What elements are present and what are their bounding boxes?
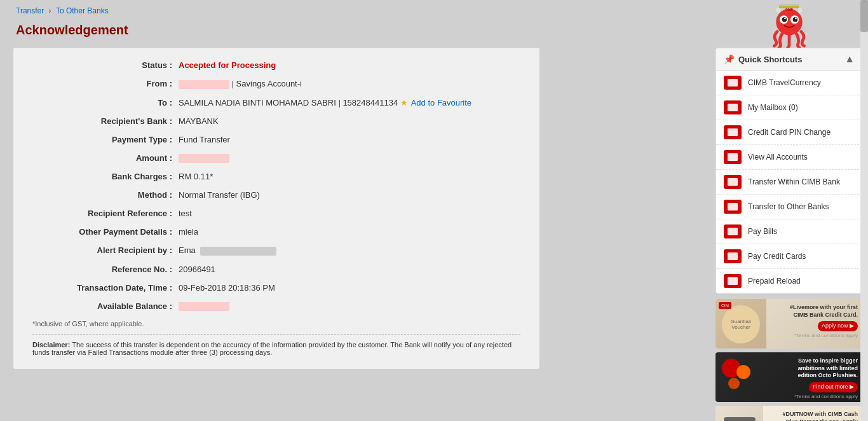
quick-shortcuts-item-1[interactable]: My Mailbox (0) bbox=[716, 95, 862, 120]
qs-icon-0 bbox=[724, 76, 742, 90]
status-label: Status : bbox=[32, 60, 179, 70]
reference-no-value: 20966491 bbox=[179, 265, 520, 274]
qs-icon-5 bbox=[724, 200, 742, 214]
status-value: Accepted for Processing bbox=[179, 60, 520, 70]
mascot-octopus: CIMB bbox=[761, 0, 818, 48]
quick-shortcuts-item-5[interactable]: Transfer to Other Banks bbox=[716, 195, 862, 219]
alert-recipient-text: Ema bbox=[179, 245, 196, 255]
from-label: From : bbox=[32, 79, 179, 88]
qs-icon-1 bbox=[724, 100, 742, 114]
reference-no-label: Reference No. : bbox=[32, 265, 179, 274]
status-accepted: Accepted for Processing bbox=[179, 60, 276, 70]
available-balance-label: Available Balance : bbox=[32, 301, 179, 311]
qs-label-8: Prepaid Reload bbox=[748, 277, 801, 286]
recipient-reference-label: Recipient Reference : bbox=[32, 209, 179, 218]
sidebar: CIMB 📌 Quick Shortcuts ▲ CIMB TravelCurr… bbox=[715, 0, 868, 421]
qs-label-7: Pay Credit Cards bbox=[748, 252, 806, 261]
breadcrumb: Transfer › To Other Banks bbox=[16, 6, 703, 15]
alert-recipient-value: Ema bbox=[179, 245, 520, 256]
pin-icon: 📌 bbox=[724, 54, 735, 64]
quick-shortcuts-item-0[interactable]: CIMB TravelCurrency bbox=[716, 71, 862, 95]
promo-1-apply-btn[interactable]: Apply now ▶ bbox=[818, 321, 858, 331]
alert-recipient-label: Alert Recipient by : bbox=[32, 245, 179, 255]
promo-2-btn[interactable]: Find out more ▶ bbox=[809, 382, 858, 392]
payment-type-row: Payment Type : Fund Transfer bbox=[32, 135, 520, 144]
quick-shortcuts-item-2[interactable]: Credit Card PIN Change bbox=[716, 120, 862, 145]
quick-shortcuts-item-4[interactable]: Transfer Within CIMB Bank bbox=[716, 170, 862, 195]
other-payment-details-row: Other Payment Details : miela bbox=[32, 227, 520, 237]
qs-icon-8 bbox=[724, 274, 742, 288]
quick-shortcuts-item-6[interactable]: Pay Bills bbox=[716, 219, 862, 244]
method-value: Normal Transfer (IBG) bbox=[179, 190, 520, 200]
amount-row: Amount : bbox=[32, 153, 520, 163]
amount-value bbox=[179, 153, 520, 163]
quick-shortcuts-panel: 📌 Quick Shortcuts ▲ CIMB TravelCurrency … bbox=[715, 48, 863, 294]
quick-shortcuts-item-3[interactable]: View All Accounts bbox=[716, 145, 862, 170]
method-label: Method : bbox=[32, 190, 179, 200]
amount-label: Amount : bbox=[32, 153, 179, 163]
qs-label-3: View All Accounts bbox=[748, 153, 808, 162]
recipients-bank-value: MAYBANK bbox=[179, 116, 520, 126]
collapse-button[interactable]: ▲ bbox=[844, 53, 855, 65]
to-label: To : bbox=[32, 98, 179, 107]
qs-label-6: Pay Bills bbox=[748, 227, 777, 236]
alert-recipient-field bbox=[200, 247, 276, 256]
promo-3-text: #DUITNOW with CIMB Cash Plus Personal Lo… bbox=[782, 411, 858, 421]
alert-recipient-row: Alert Recipient by : Ema bbox=[32, 245, 520, 256]
transaction-date-label: Transaction Date, Time : bbox=[32, 283, 179, 293]
quick-shortcuts-header: 📌 Quick Shortcuts ▲ bbox=[716, 48, 862, 71]
svg-text:CIMB: CIMB bbox=[785, 8, 794, 11]
recipients-bank-row: Recipient's Bank : MAYBANK bbox=[32, 116, 520, 126]
recipient-reference-row: Recipient Reference : test bbox=[32, 209, 520, 218]
available-balance-value bbox=[179, 301, 520, 312]
quick-shortcuts-item-8[interactable]: Prepaid Reload bbox=[716, 269, 862, 293]
from-account-suffix: | Savings Account-i bbox=[232, 79, 302, 88]
bank-charges-value: RM 0.11* bbox=[179, 172, 520, 181]
svg-point-9 bbox=[795, 17, 797, 19]
promo-banner-3[interactable]: #DUITNOW with CIMB Cash Plus Personal Lo… bbox=[715, 406, 863, 421]
promo-banner-1[interactable]: ON GuardianVoucher #Livemore with your f… bbox=[715, 299, 863, 349]
promo-1-text: #Livemore with your first CIMB Bank Cred… bbox=[782, 304, 858, 339]
other-payment-details-label: Other Payment Details : bbox=[32, 227, 179, 237]
qs-label-5: Transfer to Other Banks bbox=[748, 202, 829, 211]
payment-type-value: Fund Transfer bbox=[179, 135, 520, 144]
scrollbar-thumb[interactable] bbox=[860, 0, 868, 32]
bank-charges-label: Bank Charges : bbox=[32, 172, 179, 181]
transaction-date-value: 09-Feb-2018 20:18:36 PM bbox=[179, 283, 520, 293]
promo-banner-2[interactable]: Save to inspire bigger ambitions with li… bbox=[715, 352, 863, 402]
breadcrumb-transfer[interactable]: Transfer bbox=[16, 6, 44, 15]
disclaimer-text: Disclaimer: The success of this transfer… bbox=[32, 341, 520, 356]
to-name: SALMILA NADIA BINTI MOHAMAD SABRI | 1582… bbox=[179, 98, 398, 107]
breadcrumb-arrow: › bbox=[49, 6, 53, 15]
disclaimer-bold: Disclaimer: bbox=[32, 341, 70, 349]
other-payment-details-value: miela bbox=[179, 227, 520, 237]
quick-shortcuts-item-7[interactable]: Pay Credit Cards bbox=[716, 244, 862, 269]
svg-point-3 bbox=[776, 9, 802, 35]
add-favourite-link[interactable]: Add to Favourite bbox=[411, 98, 471, 107]
disclaimer-body: The success of this transfer is dependen… bbox=[32, 341, 512, 356]
qs-icon-3 bbox=[724, 150, 742, 164]
to-value: SALMILA NADIA BINTI MOHAMAD SABRI | 1582… bbox=[179, 98, 520, 107]
disclaimer-section: Disclaimer: The success of this transfer… bbox=[32, 334, 520, 356]
from-account-blurred bbox=[179, 80, 229, 89]
status-row: Status : Accepted for Processing bbox=[32, 60, 520, 70]
from-value: | Savings Account-i bbox=[179, 79, 520, 89]
bank-charges-row: Bank Charges : RM 0.11* bbox=[32, 172, 520, 181]
quick-shortcuts-items: CIMB TravelCurrency My Mailbox (0) Credi… bbox=[716, 71, 862, 293]
svg-point-8 bbox=[784, 17, 786, 19]
quick-shortcuts-title: Quick Shortcuts bbox=[738, 55, 802, 64]
from-row: From : | Savings Account-i bbox=[32, 79, 520, 89]
mascot-area: CIMB bbox=[715, 0, 863, 48]
page-title: Acknowledgement bbox=[16, 23, 703, 38]
qs-icon-7 bbox=[724, 249, 742, 263]
promo-2-text: Save to inspire bigger ambitions with li… bbox=[782, 357, 858, 400]
qs-label-0: CIMB TravelCurrency bbox=[748, 78, 821, 87]
qs-label-4: Transfer Within CIMB Bank bbox=[748, 177, 840, 186]
footnote: *Inclusive of GST, where applicable. bbox=[32, 320, 520, 328]
scrollbar[interactable] bbox=[860, 0, 868, 421]
star-icon: ★ bbox=[400, 98, 408, 107]
breadcrumb-to-other-banks[interactable]: To Other Banks bbox=[56, 6, 109, 15]
qs-icon-6 bbox=[724, 224, 742, 238]
available-balance-row: Available Balance : bbox=[32, 301, 520, 312]
recipient-reference-value: test bbox=[179, 209, 520, 218]
